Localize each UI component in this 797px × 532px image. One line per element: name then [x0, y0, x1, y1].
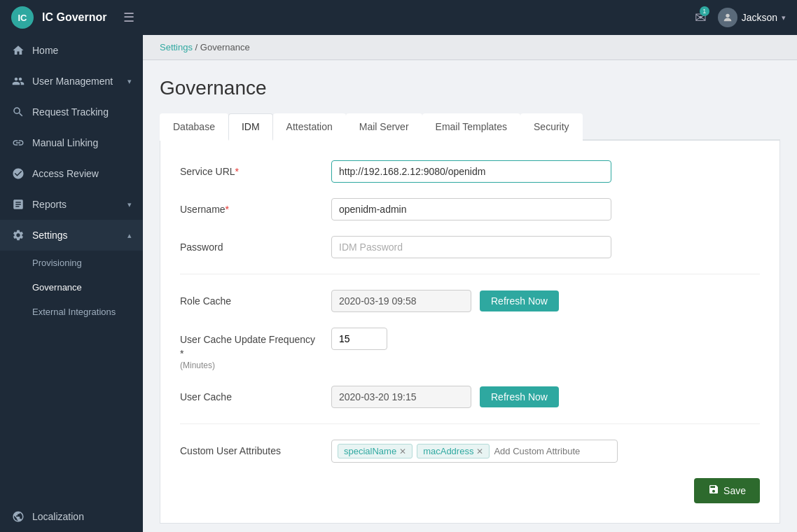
request-tracking-icon [11, 105, 25, 119]
role-cache-label: Role Cache [180, 290, 320, 307]
sidebar-item-label: Home [32, 45, 132, 56]
sidebar-item-external-integrations[interactable]: External Integrations [32, 300, 143, 324]
breadcrumb: Settings / Governance [143, 35, 797, 60]
sidebar-item-home[interactable]: Home [0, 35, 143, 66]
home-icon [11, 43, 25, 57]
divider-2 [180, 424, 760, 424]
user-cache-freq-label: User Cache Update Frequency * (Minutes) [180, 328, 320, 370]
username-label: Username* [180, 198, 320, 215]
hamburger-icon[interactable]: ☰ [123, 10, 134, 24]
chevron-down-icon: ▾ [127, 200, 132, 209]
svg-point-0 [726, 14, 729, 18]
sidebar-item-localization[interactable]: Localization [0, 501, 143, 532]
tab-attestation[interactable]: Attestation [273, 113, 346, 141]
sidebar-item-manual-linking[interactable]: Manual Linking [0, 127, 143, 158]
breadcrumb-separator: / [195, 42, 200, 52]
user-cache-freq-row: User Cache Update Frequency * (Minutes) [180, 328, 760, 370]
role-cache-row: Role Cache Refresh Now [180, 290, 760, 312]
service-url-row: Service URL* [180, 160, 760, 183]
add-custom-attribute-input[interactable] [494, 446, 611, 456]
tag-remove-specialname[interactable]: ✕ [399, 447, 406, 456]
page-title: Governance [160, 77, 780, 99]
sidebar-item-request-tracking[interactable]: Request Tracking [0, 97, 143, 127]
password-row: Password [180, 236, 760, 258]
role-cache-refresh-button[interactable]: Refresh Now [480, 290, 559, 312]
user-cache-label: User Cache [180, 386, 320, 402]
tag-specialname: specialName ✕ [338, 444, 413, 458]
save-icon [708, 484, 719, 498]
tag-label: specialName [344, 446, 396, 456]
access-review-icon [11, 167, 25, 181]
user-cache-row: User Cache Refresh Now [180, 386, 760, 408]
divider-1 [180, 274, 760, 274]
settings-submenu: Provisioning Governance External Integra… [0, 251, 143, 324]
sidebar-item-label: Request Tracking [32, 106, 132, 118]
tab-idm[interactable]: IDM [228, 113, 273, 141]
tab-bar: Database IDM Attestation Mail Server Ema… [160, 113, 780, 141]
settings-icon [11, 228, 25, 242]
service-url-input[interactable] [331, 160, 611, 183]
avatar [718, 8, 737, 27]
user-management-icon [11, 74, 25, 88]
custom-attrs-input[interactable]: specialName ✕ macAddress ✕ [331, 440, 618, 463]
user-cache-value [331, 386, 471, 408]
tab-mail-server[interactable]: Mail Server [346, 113, 422, 141]
sidebar-item-governance[interactable]: Governance [32, 275, 143, 300]
main-content: Settings / Governance Governance Databas… [143, 35, 797, 532]
localization-icon [11, 510, 25, 524]
password-label: Password [180, 236, 320, 253]
password-input[interactable] [331, 236, 611, 258]
sidebar-item-reports[interactable]: Reports ▾ [0, 189, 143, 220]
layout: Home User Management ▾ Request Tracking … [0, 35, 797, 532]
idm-form-panel: Service URL* Username* Password [160, 141, 780, 524]
user-cache-controls: Refresh Now [331, 386, 559, 408]
notification-badge: 1 [700, 6, 709, 16]
chevron-down-icon: ▾ [127, 77, 132, 86]
breadcrumb-parent[interactable]: Settings [160, 42, 193, 52]
manual-linking-icon [11, 136, 25, 150]
save-button[interactable]: Save [694, 478, 760, 503]
sidebar: Home User Management ▾ Request Tracking … [0, 35, 143, 532]
sidebar-item-label: Manual Linking [32, 137, 132, 148]
sidebar-item-label: Localization [32, 511, 132, 522]
header-left: IC IC Governor [11, 6, 106, 29]
breadcrumb-current: Governance [200, 42, 250, 52]
tab-database[interactable]: Database [160, 113, 228, 141]
role-cache-controls: Refresh Now [331, 290, 559, 312]
chevron-up-icon: ▴ [127, 231, 132, 240]
sidebar-item-label: User Management [32, 76, 120, 87]
header: IC IC Governor ☰ ✉ 1 Jackson ▾ [0, 0, 797, 35]
app-title: IC Governor [42, 11, 106, 24]
user-menu[interactable]: Jackson ▾ [718, 8, 786, 27]
page-content: Governance Database IDM Attestation Mail… [143, 60, 797, 532]
user-cache-freq-input[interactable] [331, 328, 387, 350]
service-url-label: Service URL* [180, 160, 320, 177]
role-cache-value [331, 290, 471, 312]
username-input[interactable] [331, 198, 611, 220]
sidebar-item-access-review[interactable]: Access Review [0, 158, 143, 189]
custom-attrs-label: Custom User Attributes [180, 440, 320, 456]
app-logo: IC [11, 6, 34, 29]
dropdown-arrow-icon: ▾ [782, 13, 786, 22]
header-right: ✉ 1 Jackson ▾ [695, 8, 786, 27]
tab-email-templates[interactable]: Email Templates [422, 113, 520, 141]
custom-attrs-row: Custom User Attributes specialName ✕ mac… [180, 440, 760, 463]
sidebar-item-provisioning[interactable]: Provisioning [32, 251, 143, 275]
sidebar-item-user-management[interactable]: User Management ▾ [0, 66, 143, 97]
username-row: Username* [180, 198, 760, 220]
username-label: Jackson [742, 12, 777, 23]
sidebar-item-settings[interactable]: Settings ▴ [0, 220, 143, 251]
save-label: Save [723, 485, 746, 496]
form-footer: Save [180, 478, 760, 503]
tag-remove-macaddress[interactable]: ✕ [476, 447, 483, 456]
user-cache-refresh-button[interactable]: Refresh Now [480, 386, 559, 407]
reports-icon [11, 197, 25, 211]
notifications-bell[interactable]: ✉ 1 [695, 9, 707, 26]
sidebar-item-label: Settings [32, 230, 120, 241]
sidebar-item-label: Reports [32, 199, 120, 210]
tag-macaddress: macAddress ✕ [417, 444, 490, 458]
sidebar-item-label: Access Review [32, 168, 132, 179]
tab-security[interactable]: Security [520, 113, 583, 141]
tag-label: macAddress [423, 446, 473, 456]
